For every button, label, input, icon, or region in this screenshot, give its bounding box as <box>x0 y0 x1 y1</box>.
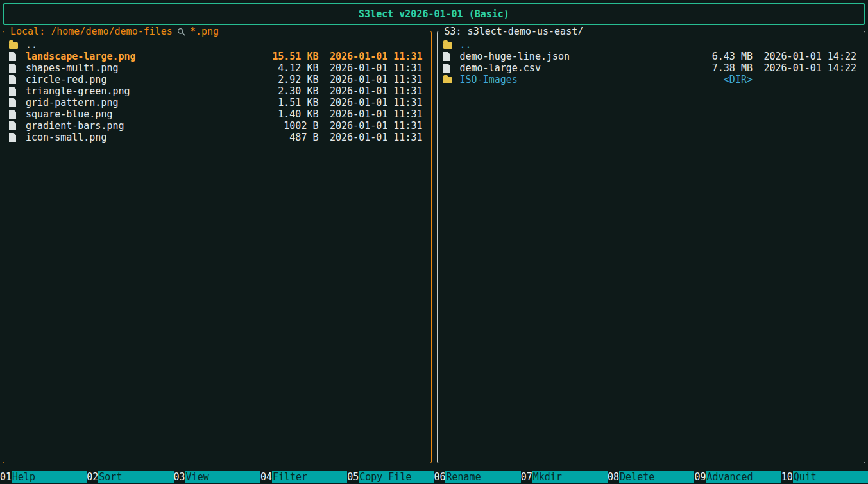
fkey-label: Rename <box>445 471 520 483</box>
s3-row-demo-large.csv[interactable]: demo-large.csv7.38 MB2026-01-01 14:22 <box>438 62 865 74</box>
fkey-04-filter[interactable]: 04Filter <box>260 471 347 483</box>
fkey-number: 07 <box>521 471 532 483</box>
entry-size: 4.12 KB <box>242 62 319 74</box>
entry-size: 487 B <box>242 132 319 143</box>
s3-row-parent[interactable]: .. <box>438 39 865 51</box>
file-icon <box>9 98 19 107</box>
local-row-parent[interactable]: .. <box>3 39 431 51</box>
local-row-landscape-large.png[interactable]: landscape-large.png15.51 KB2026-01-01 11… <box>3 51 431 62</box>
local-row-circle-red.png[interactable]: circle-red.png2.92 KB2026-01-01 11:31 <box>3 74 431 85</box>
entry-name: square-blue.png <box>26 108 242 120</box>
fkey-03-view[interactable]: 03View <box>174 471 260 483</box>
entry-size: 1.40 KB <box>242 108 319 120</box>
entry-date: 2026-01-01 11:31 <box>329 74 423 85</box>
entry-name: gradient-bars.png <box>26 120 242 132</box>
fkey-label: Delete <box>619 471 694 483</box>
file-icon <box>9 133 19 142</box>
entry-size: 7.38 MB <box>676 62 753 74</box>
entry-date: 2026-01-01 11:31 <box>329 51 423 62</box>
fkey-number: 01 <box>0 471 12 483</box>
s3-panel-title: S3: s3lect-demo-us-east/ <box>441 25 587 38</box>
local-row-triangle-green.png[interactable]: triangle-green.png2.30 KB2026-01-01 11:3… <box>3 85 431 97</box>
local-row-shapes-multi.png[interactable]: shapes-multi.png4.12 KB2026-01-01 11:31 <box>3 62 431 74</box>
local-row-gradient-bars.png[interactable]: gradient-bars.png1002 B2026-01-01 11:31 <box>3 120 431 132</box>
file-icon <box>443 64 454 73</box>
local-row-icon-small.png[interactable]: icon-small.png487 B2026-01-01 11:31 <box>3 132 431 143</box>
entry-name: triangle-green.png <box>26 85 242 97</box>
file-icon <box>9 52 19 61</box>
fkey-number: 09 <box>694 471 706 483</box>
entry-date: 2026-01-01 14:22 <box>763 62 856 74</box>
fkey-08-delete[interactable]: 08Delete <box>608 471 694 483</box>
panels-container: Local: /home/demo/demo-files *.png ..lan… <box>3 31 865 463</box>
file-icon <box>443 52 454 61</box>
entry-date: 2026-01-01 11:31 <box>329 132 423 143</box>
file-icon <box>9 110 19 119</box>
entry-date: 2026-01-01 11:31 <box>329 85 423 97</box>
fkey-07-mkdir[interactable]: 07Mkdir <box>521 471 608 483</box>
entry-name: landscape-large.png <box>26 51 242 62</box>
fkey-02-sort[interactable]: 02Sort <box>87 471 173 483</box>
fkey-label: Help <box>12 471 87 483</box>
fkey-number: 05 <box>347 471 359 483</box>
s3-file-list: ..demo-huge-line.json6.43 MB2026-01-01 1… <box>438 31 865 85</box>
function-key-bar: 01Help02Sort03View04Filter05Copy File06R… <box>0 471 868 483</box>
entry-size: 1002 B <box>242 120 319 132</box>
folder-icon <box>443 76 454 83</box>
fkey-label: Quit <box>793 471 868 483</box>
file-icon <box>9 87 19 96</box>
fkey-06-rename[interactable]: 06Rename <box>434 471 520 483</box>
fkey-label: Sort <box>98 471 173 483</box>
fkey-05-copy-file[interactable]: 05Copy File <box>347 471 434 483</box>
file-icon <box>9 121 19 130</box>
local-panel-title: Local: /home/demo/demo-files *.png <box>7 25 222 38</box>
folder-icon <box>9 42 19 49</box>
entry-name: circle-red.png <box>26 74 242 85</box>
entry-size: 6.43 MB <box>676 51 753 62</box>
entry-size: <DIR> <box>676 74 753 85</box>
fkey-09-advanced[interactable]: 09Advanced <box>694 471 781 483</box>
fkey-label: Advanced <box>706 471 781 483</box>
entry-size: 1.51 KB <box>242 97 319 108</box>
fkey-label: Filter <box>272 471 347 483</box>
filter-pattern: *.png <box>190 26 219 37</box>
s3-path: S3: s3lect-demo-us-east/ <box>445 26 584 37</box>
file-icon <box>9 64 19 73</box>
app-title: S3lect v2026-01-01 (Basic) <box>359 8 509 20</box>
fkey-number: 04 <box>260 471 272 483</box>
app-title-bar: S3lect v2026-01-01 (Basic) <box>3 3 865 25</box>
s3-row-demo-huge-line.json[interactable]: demo-huge-line.json6.43 MB2026-01-01 14:… <box>438 51 865 62</box>
entry-name: demo-large.csv <box>460 62 676 74</box>
file-icon <box>9 75 19 84</box>
entry-name: .. <box>460 39 676 51</box>
fkey-label: View <box>185 471 260 483</box>
fkey-label: Mkdir <box>532 471 608 483</box>
entry-name: shapes-multi.png <box>26 62 242 74</box>
entry-size: 2.30 KB <box>242 85 319 97</box>
entry-size: 2.92 KB <box>242 74 319 85</box>
local-row-square-blue.png[interactable]: square-blue.png1.40 KB2026-01-01 11:31 <box>3 108 431 120</box>
fkey-number: 08 <box>608 471 619 483</box>
fkey-number: 03 <box>174 471 185 483</box>
local-row-grid-pattern.png[interactable]: grid-pattern.png1.51 KB2026-01-01 11:31 <box>3 97 431 108</box>
fkey-10-quit[interactable]: 10Quit <box>781 471 868 483</box>
entry-date: 2026-01-01 11:31 <box>329 62 423 74</box>
s3-row-ISO-Images[interactable]: ISO-Images<DIR> <box>438 74 865 85</box>
fkey-number: 10 <box>781 471 793 483</box>
local-panel: Local: /home/demo/demo-files *.png ..lan… <box>3 31 432 463</box>
entry-name: ISO-Images <box>460 74 676 85</box>
entry-size: 15.51 KB <box>242 51 319 62</box>
fkey-number: 02 <box>87 471 98 483</box>
folder-icon <box>443 42 454 49</box>
local-file-list: ..landscape-large.png15.51 KB2026-01-01 … <box>3 31 431 143</box>
entry-name: .. <box>26 39 242 51</box>
fkey-01-help[interactable]: 01Help <box>0 471 87 483</box>
entry-date: 2026-01-01 11:31 <box>329 108 423 120</box>
app-window: S3lect v2026-01-01 (Basic) Local: /home/… <box>0 0 868 484</box>
s3-panel: S3: s3lect-demo-us-east/ ..demo-huge-lin… <box>437 31 866 463</box>
local-path: Local: /home/demo/demo-files <box>10 26 173 37</box>
entry-name: demo-huge-line.json <box>460 51 676 62</box>
entry-date: 2026-01-01 11:31 <box>329 120 423 132</box>
entry-date: 2026-01-01 11:31 <box>329 97 423 108</box>
fkey-label: Copy File <box>359 471 434 483</box>
